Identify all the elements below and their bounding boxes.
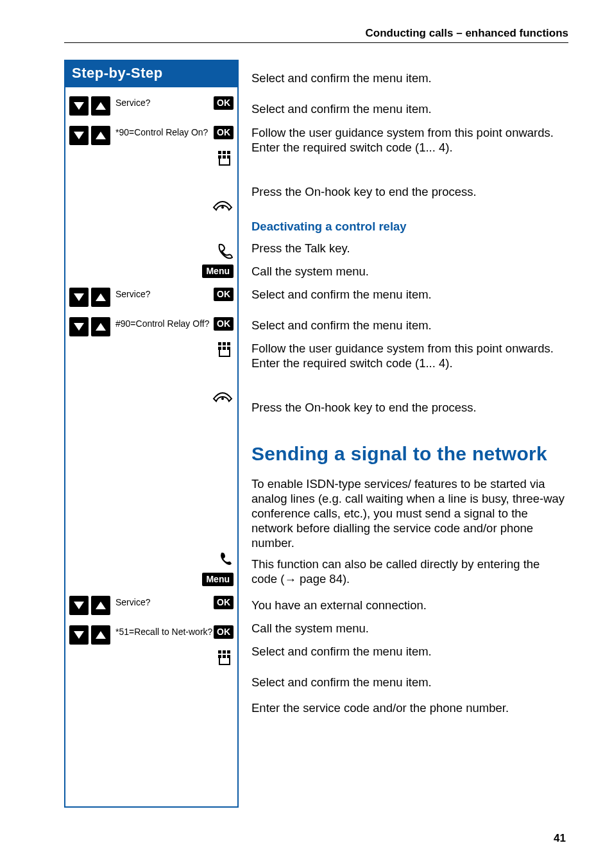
instruction-text: Select and confirm the menu item. (251, 672, 568, 691)
display-text: Service? (110, 596, 214, 608)
display-text: Service? (110, 288, 214, 300)
handset-icon (69, 550, 234, 569)
nav-keys (69, 288, 110, 307)
step-by-step-column: Step-by-Step Service? OK *90=Control R (64, 60, 239, 808)
up-arrow-key-icon (91, 288, 110, 307)
display-text: Service? (110, 96, 214, 108)
down-arrow-key-icon (69, 126, 89, 145)
instruction-text: Call the system menu. (251, 261, 568, 281)
up-arrow-key-icon (91, 96, 110, 116)
instruction-text: Select and confirm the menu item. (251, 284, 568, 304)
instruction-text: Call the system menu. (251, 618, 568, 638)
step-row: Service? OK (69, 96, 234, 116)
ok-badge: OK (214, 288, 234, 301)
step-row: *51=Recall to Net-work? OK (69, 625, 234, 645)
instruction-text: Press the On-hook key to end the process… (251, 398, 568, 417)
svg-rect-11 (227, 347, 230, 350)
nav-keys (69, 596, 110, 615)
ok-badge: OK (214, 96, 234, 110)
keypad-icon (69, 340, 234, 360)
svg-rect-0 (218, 151, 221, 154)
svg-rect-1 (223, 151, 226, 154)
svg-rect-2 (227, 151, 230, 154)
svg-rect-12 (223, 347, 226, 350)
down-arrow-key-icon (69, 96, 89, 116)
subsection-heading: Deactivating a control relay (251, 216, 568, 236)
svg-rect-15 (223, 650, 226, 654)
svg-point-6 (221, 206, 224, 209)
instruction-paragraph: This function can also be called directl… (251, 557, 568, 586)
page-number: 41 (554, 832, 566, 845)
step-row: Service? OK (69, 288, 234, 307)
up-arrow-key-icon (91, 126, 110, 145)
instruction-text: Select and confirm the menu item. (251, 315, 568, 334)
instruction-text: Press the Talk key. (251, 238, 568, 257)
step-row: Service? OK (69, 596, 234, 615)
nav-keys (69, 625, 110, 645)
on-hook-icon (69, 386, 234, 406)
svg-rect-17 (218, 655, 221, 658)
instruction-paragraph: To enable ISDN-type services/ features t… (251, 476, 568, 551)
svg-rect-18 (227, 655, 230, 658)
ok-badge: OK (214, 596, 234, 609)
down-arrow-key-icon (69, 317, 89, 336)
section-heading: Sending a signal to the network (251, 443, 568, 465)
instruction-text: Select and confirm the menu item. (251, 641, 568, 661)
nav-keys (69, 317, 110, 336)
svg-rect-10 (218, 347, 221, 350)
step-row: *90=Control Relay On? OK (69, 126, 234, 145)
menu-badge-row: Menu (69, 265, 234, 284)
instruction-text: Follow the user guidance system from thi… (251, 125, 568, 155)
ok-badge: OK (214, 625, 234, 639)
instruction-text: Enter the service code and/or the phone … (251, 698, 568, 717)
step-row: #90=Control Relay Off? OK (69, 317, 234, 336)
up-arrow-key-icon (91, 596, 110, 615)
svg-rect-16 (227, 650, 230, 654)
text-fragment: ). (343, 572, 350, 586)
ok-badge: OK (214, 126, 234, 139)
svg-rect-7 (218, 342, 221, 345)
step-by-step-frame: Service? OK *90=Control Relay On? OK (64, 87, 239, 808)
instructions-column: Select and confirm the menu item. Select… (251, 60, 568, 808)
display-text: *90=Control Relay On? (110, 126, 214, 138)
on-hook-icon (69, 195, 234, 214)
page-link[interactable]: page 84 (300, 572, 343, 586)
down-arrow-key-icon (69, 596, 89, 615)
menu-badge: Menu (202, 573, 234, 586)
svg-rect-3 (218, 155, 221, 159)
svg-rect-14 (218, 650, 221, 654)
instruction-text: You have an external connection. (251, 595, 568, 614)
menu-badge-row: Menu (69, 573, 234, 592)
instruction-text: Select and confirm the menu item. (251, 69, 568, 88)
instruction-text: Select and confirm the menu item. (251, 100, 568, 119)
down-arrow-key-icon (69, 625, 89, 645)
svg-point-13 (221, 397, 224, 400)
svg-rect-19 (223, 655, 226, 658)
right-arrow-icon: → (284, 572, 296, 587)
up-arrow-key-icon (91, 317, 110, 336)
menu-badge: Menu (202, 265, 234, 278)
svg-rect-4 (227, 155, 230, 159)
step-by-step-title: Step-by-Step (64, 60, 239, 87)
up-arrow-key-icon (91, 625, 110, 645)
svg-rect-9 (227, 342, 230, 345)
nav-keys (69, 126, 110, 145)
down-arrow-key-icon (69, 288, 89, 307)
header-rule (64, 42, 568, 43)
keypad-icon (69, 648, 234, 668)
nav-keys (69, 96, 110, 116)
keypad-icon (69, 149, 234, 168)
instruction-text: Follow the user guidance system from thi… (251, 341, 568, 370)
instruction-text: Press the On-hook key to end the process… (251, 182, 568, 201)
section-header: Conducting calls – enhanced functions (64, 27, 568, 40)
svg-rect-8 (223, 342, 226, 345)
talk-key-icon (69, 241, 234, 261)
svg-rect-5 (223, 155, 226, 159)
display-text: #90=Control Relay Off? (110, 317, 214, 329)
ok-badge: OK (214, 317, 234, 331)
display-text: *51=Recall to Net-work? (110, 625, 214, 638)
